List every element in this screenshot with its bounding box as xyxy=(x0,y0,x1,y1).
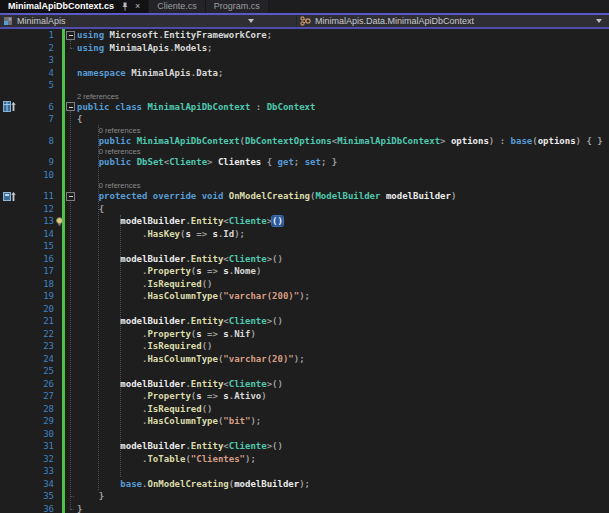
code-line-36[interactable]: 36} xyxy=(0,503,609,513)
token: ); xyxy=(250,416,261,426)
code-line-5[interactable]: 5 xyxy=(0,79,609,92)
token: . xyxy=(77,229,147,239)
token: EntityFrameworkCore xyxy=(164,30,267,40)
line-number: 21 xyxy=(24,315,54,328)
project-icon xyxy=(3,16,13,26)
type-dropdown[interactable]: MinimalApis.Data.MinimalApiDbContext xyxy=(297,15,609,27)
token: > xyxy=(440,136,451,146)
code-line-13[interactable]: 13 modelBuilder.Entity<Cliente>() xyxy=(0,215,609,228)
code-line-2[interactable]: 2using MinimalApis.Models; xyxy=(0,42,609,55)
code-text: modelBuilder.Entity<Cliente>() xyxy=(77,215,283,228)
token: ); xyxy=(245,454,256,464)
token: Nome xyxy=(234,266,256,276)
pin-icon[interactable] xyxy=(121,2,129,11)
token: ) { } xyxy=(576,136,603,146)
code-line-34[interactable]: 34 base.OnModelCreating(modelBuilder); xyxy=(0,478,609,491)
token: >() xyxy=(267,316,283,326)
code-line-19[interactable]: 19 .HasColumnType("varchar(200)"); xyxy=(0,290,609,303)
token: DbSet xyxy=(137,157,164,167)
line-number: 20 xyxy=(24,303,54,316)
fold-toggle[interactable] xyxy=(66,102,75,111)
code-line-22[interactable]: 22 .Property(s => s.Nif) xyxy=(0,328,609,341)
token xyxy=(77,379,120,389)
code-text: public class MinimalApiDbContext : DbCon… xyxy=(77,101,315,114)
line-number: 19 xyxy=(24,290,54,303)
codelens-references[interactable]: 0 references xyxy=(0,147,609,156)
code-text: namespace MinimalApis.Data; xyxy=(77,67,223,80)
line-number: 9 xyxy=(24,156,54,169)
code-editor-window: MinimalApiDbContext.cs × Cliente.cs Prog… xyxy=(0,0,609,513)
code-text: .HasColumnType("bit"); xyxy=(77,415,261,428)
tab-program[interactable]: Program.cs xyxy=(206,0,269,13)
code-line-27[interactable]: 27 .Property(s => s.Ativo) xyxy=(0,390,609,403)
code-line-11[interactable]: 11 protected override void OnModelCreati… xyxy=(0,190,609,203)
token xyxy=(77,191,99,201)
line-number: 22 xyxy=(24,328,54,341)
line-number: 32 xyxy=(24,453,54,466)
code-line-32[interactable]: 32 .ToTable("Clientes"); xyxy=(0,453,609,466)
line-number: 2 xyxy=(24,42,54,55)
code-line-28[interactable]: 28 .IsRequired() xyxy=(0,403,609,416)
code-line-8[interactable]: 8 public MinimalApiDbContext(DbContextOp… xyxy=(0,135,609,148)
code-line-6[interactable]: 6public class MinimalApiDbContext : DbCo… xyxy=(0,101,609,114)
token: using xyxy=(77,30,110,40)
code-line-30[interactable]: 30 xyxy=(0,428,609,441)
fold-toggle[interactable] xyxy=(66,31,75,40)
code-line-3[interactable]: 3 xyxy=(0,54,609,67)
code-line-18[interactable]: 18 .IsRequired() xyxy=(0,278,609,291)
code-line-9[interactable]: 9 public DbSet<Cliente> Clientes { get; … xyxy=(0,156,609,169)
code-line-20[interactable]: 20 xyxy=(0,303,609,316)
token: HasKey xyxy=(147,229,180,239)
codelens-references[interactable]: 0 references xyxy=(0,181,609,190)
code-line-25[interactable]: 25 xyxy=(0,365,609,378)
project-dropdown[interactable]: MinimalApis xyxy=(0,15,297,27)
code-line-33[interactable]: 33 xyxy=(0,465,609,478)
fold-toggle[interactable] xyxy=(66,192,75,201)
line-number: 33 xyxy=(24,465,54,478)
code-line-24[interactable]: 24 .HasColumnType("varchar(20)"); xyxy=(0,353,609,366)
code-line-21[interactable]: 21 modelBuilder.Entity<Cliente>() xyxy=(0,315,609,328)
code-line-17[interactable]: 17 .Property(s => s.Nome) xyxy=(0,265,609,278)
token: modelBuilder xyxy=(120,316,185,326)
code-line-16[interactable]: 16 modelBuilder.Entity<Cliente>() xyxy=(0,253,609,266)
token: } xyxy=(77,504,82,513)
token: => xyxy=(202,329,224,339)
code-line-14[interactable]: 14 .HasKey(s => s.Id); xyxy=(0,228,609,241)
navigation-bar: MinimalApis MinimalApis.Data.MinimalApiD… xyxy=(0,15,609,27)
token: ); xyxy=(294,354,305,364)
codelens-references[interactable]: 0 references xyxy=(0,126,609,135)
line-number: 24 xyxy=(24,353,54,366)
token: using xyxy=(77,43,110,53)
code-line-23[interactable]: 23 .IsRequired() xyxy=(0,340,609,353)
token: () xyxy=(202,404,213,414)
code-line-35[interactable]: 35 } xyxy=(0,490,609,503)
token: . xyxy=(77,291,147,301)
code-line-29[interactable]: 29 .HasColumnType("bit"); xyxy=(0,415,609,428)
code-line-10[interactable]: 10 xyxy=(0,169,609,182)
code-editor[interactable]: 1using Microsoft.EntityFrameworkCore;2us… xyxy=(0,29,609,513)
code-line-31[interactable]: 31 modelBuilder.Entity<Cliente>() xyxy=(0,440,609,453)
token: options xyxy=(451,136,489,146)
code-text: } xyxy=(77,503,82,513)
token: Data xyxy=(196,68,218,78)
codelens-references[interactable]: 2 references xyxy=(0,92,609,101)
token: IsRequired xyxy=(147,404,201,414)
token: get xyxy=(278,157,294,167)
code-line-26[interactable]: 26 modelBuilder.Entity<Cliente>() xyxy=(0,378,609,391)
line-number: 36 xyxy=(24,503,54,513)
code-line-12[interactable]: 12 { xyxy=(0,203,609,216)
token: ); xyxy=(299,291,310,301)
token: Entity xyxy=(191,441,224,451)
code-text: modelBuilder.Entity<Cliente>() xyxy=(77,440,283,453)
line-number: 35 xyxy=(24,490,54,503)
tab-cliente[interactable]: Cliente.cs xyxy=(149,0,206,13)
code-line-7[interactable]: 7{ xyxy=(0,113,609,126)
chevron-down-icon xyxy=(596,19,602,23)
code-line-15[interactable]: 15 xyxy=(0,240,609,253)
code-line-1[interactable]: 1using Microsoft.EntityFrameworkCore; xyxy=(0,29,609,42)
tab-minimalapidbcontext[interactable]: MinimalApiDbContext.cs × xyxy=(0,0,149,13)
token: OnModelCreating xyxy=(147,479,228,489)
close-icon[interactable]: × xyxy=(135,0,140,13)
token: Entity xyxy=(191,254,224,264)
code-line-4[interactable]: 4namespace MinimalApis.Data; xyxy=(0,67,609,80)
